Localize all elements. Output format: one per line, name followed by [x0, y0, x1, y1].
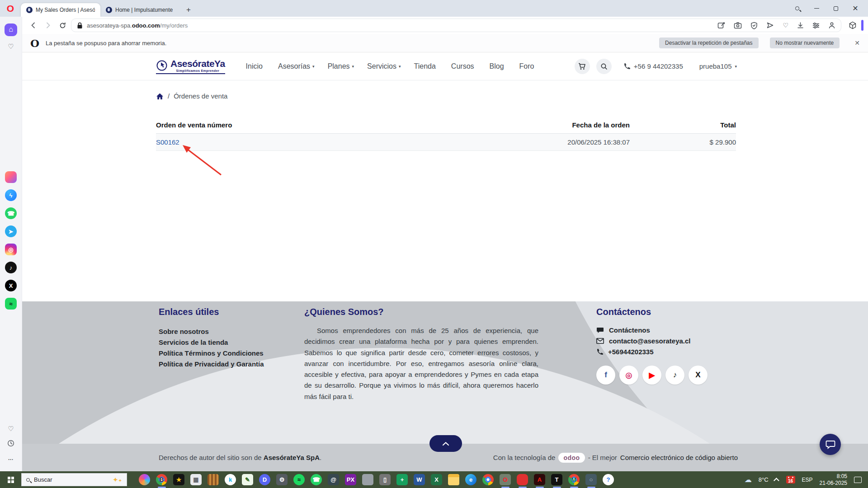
odoo-logo[interactable]: odoo: [558, 453, 585, 463]
home-speeddial-icon[interactable]: [5, 23, 17, 36]
reload-icon[interactable]: [57, 19, 68, 31]
footer-link[interactable]: Política de Privacidad y Garantía: [159, 360, 264, 368]
nav-item-blog[interactable]: Blog: [485, 60, 511, 73]
download-icon[interactable]: [797, 22, 804, 29]
home-icon[interactable]: [156, 93, 164, 100]
notification-close-icon[interactable]: ✕: [854, 39, 860, 47]
search-button[interactable]: [596, 59, 612, 74]
x-app-icon[interactable]: X: [5, 280, 17, 291]
contact-email-item[interactable]: contacto@asesorateya.cl: [596, 337, 708, 345]
tune-sliders-icon[interactable]: [812, 22, 820, 29]
opera-gx-icon[interactable]: [517, 474, 528, 485]
nav-item-planes[interactable]: Planes▾: [323, 60, 359, 73]
nav-item-foro[interactable]: Foro: [515, 60, 541, 73]
x-icon[interactable]: X: [689, 366, 708, 385]
header-phone[interactable]: +56 9 44202335: [623, 62, 683, 70]
likes-heart-icon[interactable]: [8, 425, 14, 433]
url-field[interactable]: asesorateya-spa.odoo.com/my/orders: [71, 19, 841, 32]
keyboard-language[interactable]: ESP: [802, 477, 813, 483]
nav-item-cursos[interactable]: Cursos: [447, 60, 481, 73]
maximize-button[interactable]: [832, 5, 840, 12]
spotify-icon[interactable]: ≈: [5, 298, 17, 310]
help-icon[interactable]: ?: [603, 474, 614, 485]
search-icon[interactable]: [793, 5, 801, 12]
forward-icon[interactable]: [42, 19, 54, 31]
table-row[interactable]: S00162 20/06/2025 16:38:07 $ 29.900: [156, 134, 736, 151]
device-icon[interactable]: ▯: [379, 474, 391, 485]
tray-clock[interactable]: 8:05 21-06-2025: [820, 473, 847, 487]
folder-icon[interactable]: [448, 474, 459, 485]
contact-chat-item[interactable]: Contáctenos: [596, 326, 708, 334]
profile-icon[interactable]: [828, 22, 835, 29]
shield-check-icon[interactable]: [750, 22, 758, 29]
chrome-icon[interactable]: [482, 474, 494, 485]
telegram-icon[interactable]: ➤: [5, 225, 17, 237]
calendar-badge-icon[interactable]: 16: [786, 476, 795, 483]
movies-icon[interactable]: ★: [173, 474, 184, 485]
messenger-icon[interactable]: ϟ: [5, 189, 17, 201]
edge-icon[interactable]: e: [465, 474, 476, 485]
nav-item-servicios[interactable]: Servicios▾: [363, 60, 405, 73]
mail-icon[interactable]: @: [328, 474, 339, 485]
disable-tab-snoozing-button[interactable]: Desactivar la repetición de pestañas: [659, 38, 758, 48]
gradient-app-icon[interactable]: [5, 171, 17, 183]
notification-center-icon[interactable]: [854, 477, 862, 483]
cube-extension-icon[interactable]: [849, 21, 857, 29]
site-logo[interactable]: AsesórateYa Simplificamos Emprender: [156, 59, 225, 74]
facebook-icon[interactable]: f: [596, 366, 615, 385]
spotify-icon[interactable]: ≈: [293, 474, 305, 485]
library-icon[interactable]: [208, 474, 219, 485]
start-button[interactable]: [0, 471, 21, 488]
close-button[interactable]: ✕: [852, 5, 859, 12]
history-clock-icon[interactable]: [7, 440, 14, 447]
tiktok-icon[interactable]: ♪: [5, 262, 17, 273]
copilot-icon[interactable]: [139, 474, 150, 485]
footer-link[interactable]: Política Términos y Condiciones: [159, 349, 264, 357]
bookmarks-heart-icon[interactable]: [8, 42, 14, 51]
minimize-button[interactable]: [813, 5, 820, 12]
footer-link[interactable]: Sobre nosotros: [159, 327, 264, 336]
opera-icon-active[interactable]: O: [500, 474, 511, 485]
whatsapp-icon[interactable]: ☎: [5, 207, 17, 219]
edit-page-icon[interactable]: [717, 22, 725, 29]
whatsapp-icon[interactable]: ☎: [311, 474, 322, 485]
weather-cloud-icon[interactable]: ☁: [745, 475, 752, 484]
photos-icon[interactable]: ▦: [190, 474, 202, 485]
contact-phone-item[interactable]: +56944202335: [596, 348, 708, 356]
shield-app-icon[interactable]: T: [551, 474, 562, 485]
excel-icon[interactable]: X: [431, 474, 442, 485]
gmail-chrome-icon[interactable]: M: [568, 474, 580, 485]
cart-button[interactable]: [575, 59, 590, 74]
order-number-link[interactable]: S00162: [156, 138, 179, 146]
browser-tab[interactable]: Home | Impulsatumente: [100, 3, 180, 17]
green-plus-icon[interactable]: +: [396, 474, 408, 485]
youtube-icon[interactable]: ▶: [642, 366, 661, 385]
opera-menu-icon[interactable]: O: [0, 0, 21, 17]
grey-app-icon[interactable]: [362, 474, 373, 485]
user-menu[interactable]: prueba105 ▾: [699, 62, 737, 70]
favorites-heart-icon[interactable]: [783, 21, 788, 29]
sidebar-panel-toggle[interactable]: [861, 20, 863, 31]
flow-send-icon[interactable]: [766, 22, 774, 29]
tray-expand-icon[interactable]: [774, 478, 779, 483]
clock-tool-icon[interactable]: ○: [585, 474, 597, 485]
tiktok-icon[interactable]: ♪: [665, 366, 684, 385]
chrome-profile-icon[interactable]: B: [156, 474, 167, 485]
browser-tab-active[interactable]: My Sales Orders | Asesóra: [21, 3, 100, 17]
acrobat-icon[interactable]: A: [534, 474, 545, 485]
instagram-icon[interactable]: ◎: [619, 366, 638, 385]
sidebar-more-icon[interactable]: [8, 454, 13, 462]
nav-item-asesorias[interactable]: Asesorías▾: [274, 60, 319, 73]
k-app-icon[interactable]: k: [225, 474, 236, 485]
nav-item-tienda[interactable]: Tienda: [410, 60, 443, 73]
settings-gear-icon[interactable]: ⚙: [276, 474, 288, 485]
scroll-to-top-button[interactable]: [429, 435, 462, 452]
new-tab-button[interactable]: +: [183, 4, 194, 16]
discord-icon[interactable]: D: [259, 474, 270, 485]
word-icon[interactable]: W: [414, 474, 425, 485]
livechat-button[interactable]: [820, 434, 841, 455]
journal-icon[interactable]: ✎: [242, 474, 253, 485]
footer-link[interactable]: Servicios de la tienda: [159, 338, 264, 347]
back-icon[interactable]: [28, 19, 39, 31]
px-icon[interactable]: PX: [345, 474, 356, 485]
